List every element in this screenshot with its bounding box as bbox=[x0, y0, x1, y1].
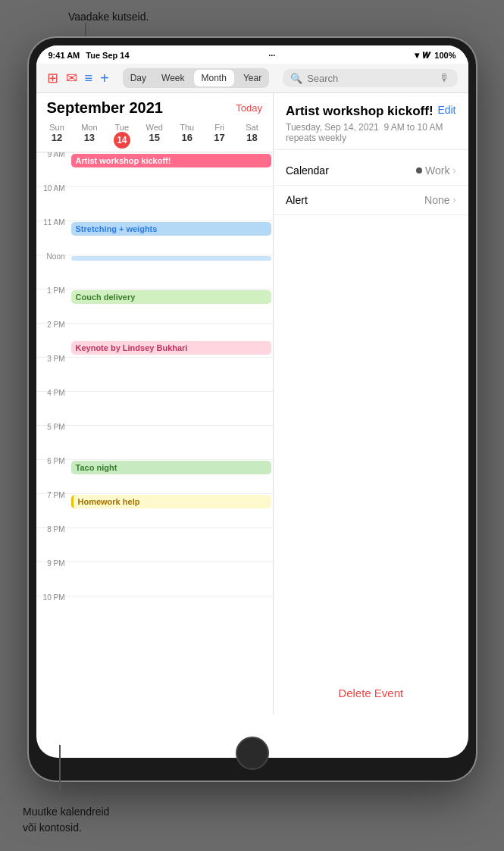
time-label-3pm: 3 PM bbox=[36, 353, 70, 363]
status-date: Tue Sep 14 bbox=[86, 51, 129, 60]
day-col-sat: Sat 18 bbox=[236, 120, 268, 152]
delete-event-button[interactable]: Delete Event bbox=[274, 671, 468, 715]
callout-bottom-text: Muutke kalendreidvõi kontosid. bbox=[23, 804, 109, 836]
detail-title-row: Artist workshop kickoff! Edit bbox=[286, 104, 456, 119]
time-label-9am: 9 AM bbox=[36, 152, 70, 158]
day-num-wed: 15 bbox=[138, 132, 171, 143]
day-col-wed: Wed 15 bbox=[138, 120, 171, 152]
week-view-button[interactable]: Week bbox=[154, 68, 192, 88]
calendar-value-text: Work bbox=[425, 164, 449, 177]
calendar-row[interactable]: Calendar Work › bbox=[274, 156, 468, 186]
time-label-2pm: 2 PM bbox=[36, 319, 70, 329]
time-label-4pm: 4 PM bbox=[36, 387, 70, 397]
detail-repeat: repeats weekly bbox=[286, 133, 456, 143]
search-input[interactable] bbox=[307, 73, 434, 84]
event-keynote[interactable]: Keynote by Lindsey Bukhari bbox=[71, 341, 272, 355]
event-taco[interactable]: Taco night bbox=[71, 461, 272, 474]
time-content-10pm bbox=[70, 596, 274, 630]
time-scroll: 9 AM Artist workshop kickoff! 10 AM bbox=[36, 152, 274, 715]
detail-header: Artist workshop kickoff! Edit Tuesday, S… bbox=[274, 93, 468, 150]
time-row-5pm: 5 PM bbox=[36, 425, 274, 459]
calendar-grid-icon[interactable]: ⊞ bbox=[47, 70, 58, 86]
time-content-3pm: Keynote by Lindsey Bukhari bbox=[70, 358, 274, 391]
list-icon[interactable]: ≡ bbox=[85, 70, 93, 86]
month-header: September 2021 Today bbox=[36, 93, 274, 120]
time-row-10am: 10 AM bbox=[36, 186, 274, 221]
time-row-1pm: 1 PM Couch delivery bbox=[36, 289, 274, 323]
day-label-wed: Wed bbox=[146, 123, 163, 132]
day-label-thu: Thu bbox=[180, 123, 194, 132]
detail-date: Tuesday, Sep 14, 2021 9 AM to 10 AM bbox=[286, 122, 456, 133]
callout-top-text: Vaadake kutseid. bbox=[68, 11, 149, 23]
time-label-noon: Noon bbox=[36, 251, 70, 261]
time-row-9am: 9 AM Artist workshop kickoff! bbox=[36, 152, 274, 186]
day-view-button[interactable]: Day bbox=[123, 68, 154, 88]
time-row-4pm: 4 PM bbox=[36, 391, 274, 425]
home-button[interactable] bbox=[236, 737, 269, 770]
event-stretching[interactable]: Stretching + weights bbox=[71, 222, 272, 236]
day-col-tue[interactable]: Tue 14 bbox=[105, 120, 138, 152]
time-row-3pm: 3 PM Keynote by Lindsey Bukhari bbox=[36, 357, 274, 391]
wifi-icon: ▾ 𝙒 bbox=[415, 50, 430, 61]
chevron-right-icon: › bbox=[453, 165, 456, 176]
today-button[interactable]: Today bbox=[236, 102, 262, 114]
time-content-8pm bbox=[70, 528, 274, 562]
inbox-icon[interactable]: ✉ bbox=[66, 70, 77, 86]
day-num-fri: 17 bbox=[203, 132, 236, 143]
time-label-10am: 10 AM bbox=[36, 183, 70, 192]
event-artist-workshop[interactable]: Artist workshop kickoff! bbox=[71, 154, 272, 167]
month-title: September 2021 bbox=[47, 99, 163, 117]
time-row-6pm: 6 PM Taco night bbox=[36, 459, 274, 493]
search-icon: 🔍 bbox=[290, 73, 302, 84]
time-row-9pm: 9 PM bbox=[36, 562, 274, 596]
day-col-mon: Mon 13 bbox=[73, 120, 105, 152]
day-num-tue-today: 14 bbox=[114, 132, 130, 149]
search-box[interactable]: 🔍 🎙 bbox=[283, 69, 457, 87]
time-label-10pm: 10 PM bbox=[36, 592, 70, 602]
ipad-frame: 9:41 AM Tue Sep 14 ··· ▾ 𝙒 100% ⊞ ✉ bbox=[29, 38, 476, 781]
alert-value: None › bbox=[424, 194, 455, 206]
event-stretching-cont bbox=[71, 256, 272, 261]
view-segmented-control: Day Week Month Year bbox=[123, 68, 269, 88]
detail-rows: Calendar Work › Alert None › bbox=[274, 150, 468, 221]
main-content: September 2021 Today Sun 12 Mon 13 bbox=[36, 93, 468, 715]
status-time: 9:41 AM bbox=[49, 51, 80, 60]
event-homework[interactable]: Homework help bbox=[71, 495, 272, 508]
month-view-button[interactable]: Month bbox=[194, 70, 234, 86]
time-content-9am: Artist workshop kickoff! bbox=[70, 153, 274, 186]
dots-icon: ··· bbox=[268, 51, 275, 60]
time-row-10pm: 10 PM bbox=[36, 596, 274, 630]
detail-edit-button[interactable]: Edit bbox=[437, 104, 455, 116]
toolbar: ⊞ ✉ ≡ + Day Week Month Year 🔍 🎙 bbox=[36, 64, 468, 93]
add-event-button[interactable]: + bbox=[100, 70, 109, 87]
time-content-6pm: Taco night bbox=[70, 460, 274, 493]
day-label-mon: Mon bbox=[81, 123, 97, 132]
time-row-noon: Noon bbox=[36, 255, 274, 289]
alert-chevron-icon: › bbox=[453, 195, 456, 205]
event-couch[interactable]: Couch delivery bbox=[71, 290, 272, 304]
callout-line-bottom bbox=[59, 745, 61, 790]
time-label-5pm: 5 PM bbox=[36, 421, 70, 431]
time-content-7pm: Homework help bbox=[70, 494, 274, 527]
mic-icon[interactable]: 🎙 bbox=[440, 72, 450, 84]
time-content-1pm: Couch delivery bbox=[70, 289, 274, 323]
status-bar: 9:41 AM Tue Sep 14 ··· ▾ 𝙒 100% bbox=[36, 45, 468, 64]
day-num-sat: 18 bbox=[236, 132, 268, 143]
alert-row[interactable]: Alert None › bbox=[274, 186, 468, 215]
day-col-fri: Fri 17 bbox=[203, 120, 236, 152]
week-days-header: Sun 12 Mon 13 Tue 14 Wed bbox=[36, 120, 274, 152]
time-content-noon bbox=[70, 255, 274, 289]
day-label-sun: Sun bbox=[49, 123, 64, 132]
time-row-11am: 11 AM Stretching + weights bbox=[36, 221, 274, 255]
calendar-color-dot bbox=[416, 167, 422, 174]
calendar-value: Work › bbox=[416, 164, 455, 177]
time-grid: 9 AM Artist workshop kickoff! 10 AM bbox=[36, 152, 274, 630]
time-content-4pm bbox=[70, 392, 274, 425]
day-label-tue: Tue bbox=[115, 123, 130, 132]
time-content-10am bbox=[70, 187, 274, 221]
year-view-button[interactable]: Year bbox=[236, 68, 269, 88]
time-label-8pm: 8 PM bbox=[36, 524, 70, 533]
battery-icon: 100% bbox=[434, 51, 455, 60]
day-num-mon: 13 bbox=[73, 132, 105, 143]
day-col-thu: Thu 16 bbox=[171, 120, 203, 152]
